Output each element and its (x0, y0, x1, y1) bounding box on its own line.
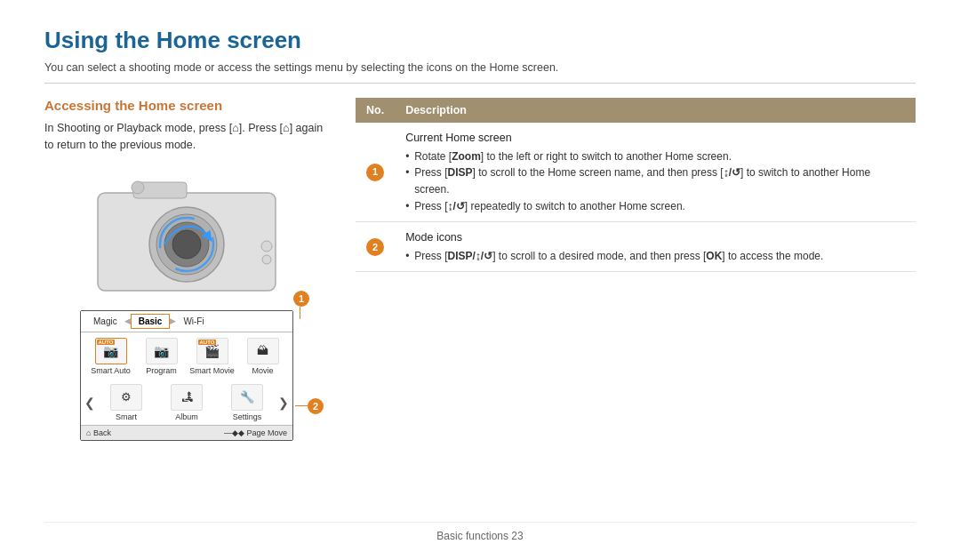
icon-smart-auto: AUTO 📷 Smart Auto (86, 336, 135, 377)
bottom-page-move: —◆◆ Page Move (224, 428, 287, 437)
row-2-bullets: Press [DISP/↨/↺] to scroll to a desired … (405, 248, 905, 265)
camera-svg (80, 166, 293, 300)
callout-2: 2 (308, 398, 324, 414)
icon-program: 📷 Program (137, 336, 186, 377)
page-subtitle: You can select a shooting mode or access… (44, 61, 916, 84)
svg-point-5 (172, 230, 201, 259)
tab-magic: Magic (86, 315, 124, 328)
content-area: Accessing the Home screen In Shooting or… (44, 98, 916, 513)
settings-label: Settings (233, 412, 262, 421)
tab-arrow-left: ◀ (124, 316, 131, 325)
row-2-num: 2 (356, 222, 395, 272)
ui-mockup-header: Magic ◀ Basic ▶ Wi-Fi (81, 311, 292, 332)
album-box: 🏞 (171, 384, 203, 411)
second-row-wrapper: ❮ ⚙ Smart 🏞 (81, 380, 292, 425)
table-row: 2 Mode icons Press [DISP/↨/↺] to scroll … (356, 222, 916, 272)
nav-right-arrow: ❯ (278, 396, 289, 410)
col-no-header: No. (356, 98, 395, 123)
col-desc-header: Description (395, 98, 916, 123)
bullet-2-1: Press [DISP/↨/↺] to scroll to a desired … (405, 248, 905, 265)
smart-box: ⚙ (110, 384, 142, 411)
row-1-bullets: Rotate [Zoom] to the left or right to sw… (405, 148, 905, 214)
page-footer: Basic functions 23 (44, 522, 916, 542)
icon-album: 🏞 Album (157, 382, 216, 423)
row-2-desc: Mode icons Press [DISP/↨/↺] to scroll to… (395, 222, 916, 272)
bullet-1-2: Press [DISP] to scroll to the Home scree… (405, 164, 905, 197)
svg-point-7 (132, 181, 144, 194)
auto-badge-orange: AUTO (97, 340, 116, 345)
page-title: Using the Home screen (44, 27, 916, 54)
section-text: In Shooting or Playback mode, press [⌂].… (44, 120, 329, 154)
callout-1: 1 (293, 291, 309, 307)
smart-auto-box: AUTO 📷 (95, 338, 127, 364)
album-label: Album (175, 412, 198, 421)
mockup-wrapper: 1 Magic ◀ Basic ▶ Wi-Fi AUTO (71, 310, 302, 441)
tab-basic: Basic (131, 314, 171, 329)
icon-movie: 🏔 Movie (238, 336, 287, 377)
num-circle-2: 2 (366, 238, 384, 256)
bottom-back: ⌂ Back (86, 428, 111, 437)
bullet-1-1: Rotate [Zoom] to the left or right to sw… (405, 148, 905, 165)
bullet-1-3: Press [↨/↺] repeatedly to switch to anot… (405, 198, 905, 215)
row-2-title: Mode icons (405, 229, 905, 246)
camera-illustration (80, 166, 293, 300)
icons-grid: AUTO 📷 Smart Auto 📷 Program (81, 332, 292, 380)
program-box: 📷 (146, 338, 178, 364)
auto-badge-orange2: AUTO (198, 340, 217, 345)
icon-smart: ⚙ Smart (97, 382, 156, 423)
row-1-num: 1 (356, 123, 395, 222)
row-1-desc: Current Home screen Rotate [Zoom] to the… (395, 123, 916, 222)
tab-arrow-right: ▶ (170, 316, 176, 325)
num-circle-1: 1 (366, 164, 384, 181)
table-row: 1 Current Home screen Rotate [Zoom] to t… (356, 123, 916, 222)
icon-settings: 🔧 Settings (218, 382, 276, 423)
icons-grid-row2: ⚙ Smart 🏞 Album (95, 380, 278, 425)
nav-left-arrow: ❮ (84, 396, 95, 410)
ui-bottom-bar: ⌂ Back —◆◆ Page Move (81, 425, 292, 440)
smart-auto-label: Smart Auto (91, 366, 131, 375)
movie-box: 🏔 (247, 338, 279, 364)
row-1-title: Current Home screen (405, 130, 905, 147)
left-column: Accessing the Home screen In Shooting or… (44, 98, 329, 513)
svg-point-9 (262, 255, 271, 264)
smart-movie-label: Smart Movie (189, 366, 235, 375)
page-container: Using the Home screen You can select a s… (0, 0, 960, 560)
svg-point-8 (261, 241, 272, 252)
program-label: Program (146, 366, 177, 375)
smart-movie-box: AUTO 🎬 (196, 338, 228, 364)
right-column: No. Description 1 Current Home screen Ro… (356, 98, 916, 513)
smart-label: Smart (116, 412, 137, 421)
info-table: No. Description 1 Current Home screen Ro… (356, 98, 916, 272)
section-heading: Accessing the Home screen (44, 98, 329, 113)
icon-smart-movie: AUTO 🎬 Smart Movie (188, 336, 236, 377)
movie-label: Movie (252, 366, 273, 375)
ui-mockup: Magic ◀ Basic ▶ Wi-Fi AUTO 📷 (80, 310, 293, 441)
tab-wifi: Wi-Fi (176, 315, 211, 328)
settings-box: 🔧 (231, 384, 263, 411)
